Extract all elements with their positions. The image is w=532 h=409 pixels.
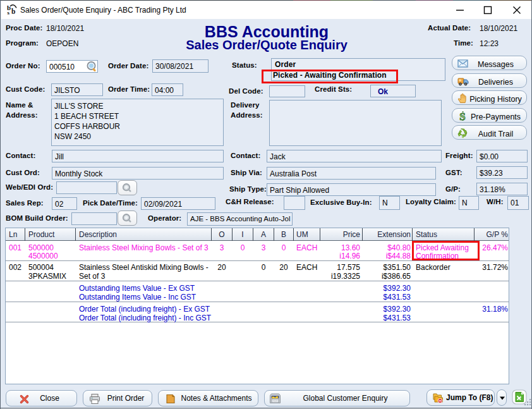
svg-text:s: s — [8, 9, 10, 15]
svg-text:b: b — [11, 8, 15, 15]
